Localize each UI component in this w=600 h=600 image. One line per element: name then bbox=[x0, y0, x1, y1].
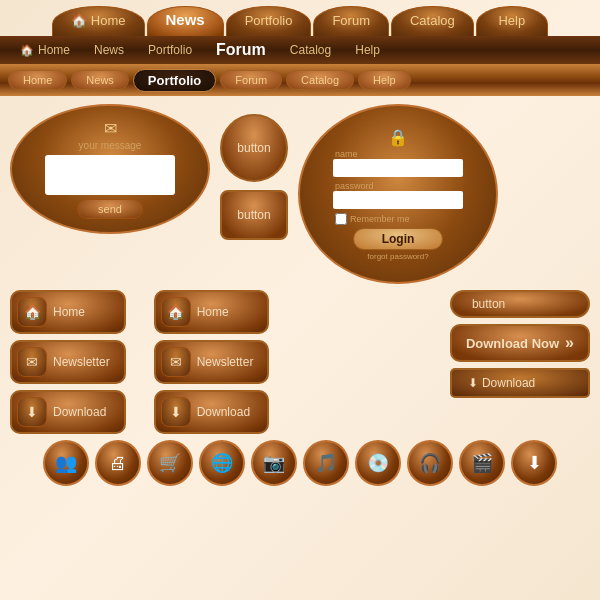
download-icon-box: ⬇ bbox=[17, 397, 47, 427]
mail-icon: ✉ bbox=[104, 119, 117, 138]
home-icon: 🏠 bbox=[71, 13, 87, 28]
message-label: your message bbox=[79, 140, 142, 151]
message-textarea[interactable] bbox=[45, 155, 175, 195]
newsletter-pill-button-2[interactable]: ✉ Newsletter bbox=[154, 340, 270, 384]
nav2-home[interactable]: 🏠 Home bbox=[8, 36, 82, 64]
nav2-news[interactable]: News bbox=[82, 36, 136, 64]
nav2-portfolio[interactable]: Portfolio bbox=[136, 36, 204, 64]
arrow-icon: » bbox=[565, 334, 574, 352]
nav1-forum[interactable]: Forum bbox=[313, 6, 389, 36]
disc-icon: 💿 bbox=[367, 452, 389, 474]
name-input[interactable] bbox=[333, 159, 463, 177]
nav3-portfolio[interactable]: Portfolio bbox=[133, 69, 216, 92]
nav3-home[interactable]: Home bbox=[8, 70, 67, 90]
nav1-catalog[interactable]: Catalog bbox=[391, 6, 474, 36]
nav1-home[interactable]: 🏠 Home bbox=[52, 6, 144, 36]
login-button[interactable]: Login bbox=[353, 228, 444, 250]
home-icon-box: 🏠 bbox=[17, 297, 47, 327]
nav-bar-3: Home News Portfolio Forum Catalog Help bbox=[0, 64, 600, 96]
home-icon-box-2: 🏠 bbox=[161, 297, 191, 327]
download-circle-icon[interactable]: ⬇ bbox=[511, 440, 557, 486]
camera-icon-circle[interactable]: 📷 bbox=[251, 440, 297, 486]
headphones-icon-circle[interactable]: 🎧 bbox=[407, 440, 453, 486]
small-button[interactable]: button bbox=[450, 290, 590, 318]
remember-label: Remember me bbox=[350, 214, 410, 224]
rect-button[interactable]: button bbox=[220, 190, 288, 240]
oval-button[interactable]: button bbox=[220, 114, 288, 182]
download-now-button[interactable]: Download Now » bbox=[450, 324, 590, 362]
globe-icon-circle[interactable]: 🌐 bbox=[199, 440, 245, 486]
cart-icon-circle[interactable]: 🛒 bbox=[147, 440, 193, 486]
message-form: ✉ your message send bbox=[10, 104, 210, 234]
users-icon-circle[interactable]: 👥 bbox=[43, 440, 89, 486]
newsletter-icon-box-2: ✉ bbox=[161, 347, 191, 377]
nav-bar-2: 🏠 Home News Portfolio Forum Catalog Help bbox=[0, 36, 600, 64]
nav2-forum[interactable]: Forum bbox=[204, 36, 278, 64]
nav3-catalog[interactable]: Catalog bbox=[286, 70, 354, 90]
users-icon: 👥 bbox=[55, 452, 77, 474]
nav3-forum[interactable]: Forum bbox=[220, 70, 282, 90]
disc-icon-circle[interactable]: 💿 bbox=[355, 440, 401, 486]
nav3-news[interactable]: News bbox=[71, 70, 129, 90]
nav2-catalog[interactable]: Catalog bbox=[278, 36, 343, 64]
camera-icon: 📷 bbox=[263, 452, 285, 474]
lock-icon: 🔒 bbox=[388, 128, 408, 147]
music-icon: 🎵 bbox=[315, 452, 337, 474]
name-label: name bbox=[335, 149, 358, 159]
download-icon-box-2: ⬇ bbox=[161, 397, 191, 427]
mid-buttons-col: button button bbox=[220, 114, 288, 240]
cart-icon: 🛒 bbox=[159, 452, 181, 474]
printer-icon: 🖨 bbox=[109, 453, 127, 474]
password-input[interactable] bbox=[333, 191, 463, 209]
newsletter-icon-box: ✉ bbox=[17, 347, 47, 377]
forgot-password-link[interactable]: forgot password? bbox=[367, 252, 428, 261]
film-icon-circle[interactable]: 🎬 bbox=[459, 440, 505, 486]
nav1-portfolio[interactable]: Portfolio bbox=[226, 6, 312, 36]
right-buttons: button Download Now » ⬇ Download bbox=[450, 290, 590, 434]
home-small-icon: 🏠 bbox=[20, 44, 34, 57]
main-section: ✉ your message send button button 🔒 name… bbox=[0, 96, 600, 288]
left-buttons: 🏠 Home ✉ Newsletter ⬇ Download bbox=[10, 290, 126, 434]
login-form: 🔒 name password Remember me Login forgot… bbox=[298, 104, 498, 284]
mid-buttons-col2: 🏠 Home ✉ Newsletter ⬇ Download bbox=[154, 290, 270, 434]
icon-circles-row: 👥 🖨 🛒 🌐 📷 🎵 💿 🎧 🎬 ⬇ bbox=[0, 436, 600, 490]
newsletter-pill-button-1[interactable]: ✉ Newsletter bbox=[10, 340, 126, 384]
send-button[interactable]: send bbox=[77, 199, 143, 219]
home-pill-button-1[interactable]: 🏠 Home bbox=[10, 290, 126, 334]
printer-icon-circle[interactable]: 🖨 bbox=[95, 440, 141, 486]
nav-bar-1: 🏠 Home News Portfolio Forum Catalog Help bbox=[0, 0, 600, 36]
nav1-help[interactable]: Help bbox=[476, 6, 548, 36]
headphones-icon: 🎧 bbox=[419, 452, 441, 474]
download-icon: ⬇ bbox=[527, 452, 542, 474]
globe-icon: 🌐 bbox=[211, 452, 233, 474]
download-pill-button-2[interactable]: ⬇ Download bbox=[154, 390, 270, 434]
ribbon-download-button[interactable]: ⬇ Download bbox=[450, 368, 590, 398]
nav1-news[interactable]: News bbox=[147, 6, 224, 36]
button-section: 🏠 Home ✉ Newsletter ⬇ Download 🏠 Home ✉ … bbox=[0, 288, 600, 436]
nav2-help[interactable]: Help bbox=[343, 36, 392, 64]
remember-me-row: Remember me bbox=[335, 213, 410, 225]
nav3-help[interactable]: Help bbox=[358, 70, 411, 90]
home-pill-button-2[interactable]: 🏠 Home bbox=[154, 290, 270, 334]
music-icon-circle[interactable]: 🎵 bbox=[303, 440, 349, 486]
password-label: password bbox=[335, 181, 374, 191]
remember-checkbox[interactable] bbox=[335, 213, 347, 225]
ribbon-download-icon: ⬇ bbox=[468, 376, 478, 390]
download-pill-button-1[interactable]: ⬇ Download bbox=[10, 390, 126, 434]
film-icon: 🎬 bbox=[471, 452, 493, 474]
